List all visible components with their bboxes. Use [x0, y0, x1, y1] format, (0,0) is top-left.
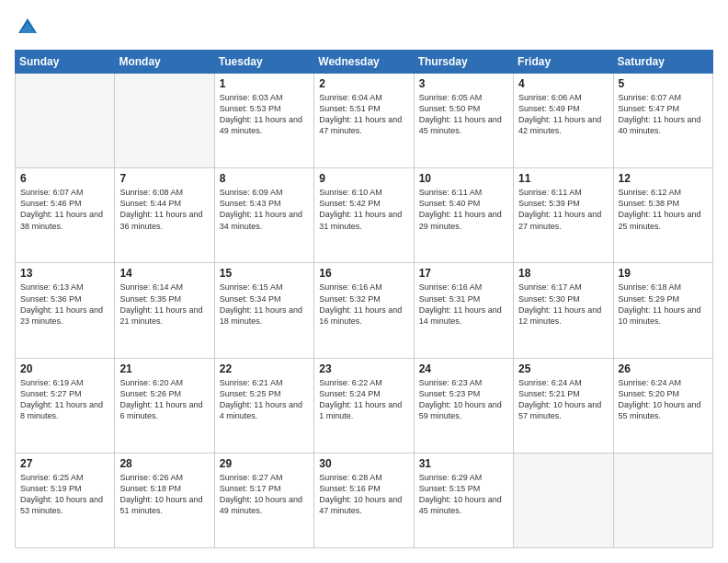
calendar-cell: 8Sunrise: 6:09 AMSunset: 5:43 PMDaylight…: [214, 168, 313, 263]
calendar-cell: 16Sunrise: 6:16 AMSunset: 5:32 PMDayligh…: [314, 263, 414, 358]
calendar-cell: [115, 74, 214, 168]
day-info: Sunrise: 6:18 AMSunset: 5:29 PMDaylight:…: [619, 282, 708, 327]
day-number: 13: [20, 267, 109, 280]
day-info: Sunrise: 6:13 AMSunset: 5:36 PMDaylight:…: [20, 282, 109, 327]
day-info: Sunrise: 6:21 AMSunset: 5:25 PMDaylight:…: [220, 377, 309, 422]
header: [15, 15, 713, 40]
day-info: Sunrise: 6:17 AMSunset: 5:30 PMDaylight:…: [518, 282, 608, 327]
day-info: Sunrise: 6:19 AMSunset: 5:27 PMDaylight:…: [20, 377, 109, 422]
calendar-cell: 23Sunrise: 6:22 AMSunset: 5:24 PMDayligh…: [314, 358, 414, 453]
day-number: 31: [419, 457, 508, 470]
page: SundayMondayTuesdayWednesdayThursdayFrid…: [0, 0, 728, 563]
calendar-cell: 28Sunrise: 6:26 AMSunset: 5:18 PMDayligh…: [115, 453, 214, 547]
logo: [15, 15, 44, 40]
day-info: Sunrise: 6:06 AMSunset: 5:49 PMDaylight:…: [518, 92, 608, 137]
day-info: Sunrise: 6:11 AMSunset: 5:39 PMDaylight:…: [518, 187, 608, 232]
calendar-cell: 17Sunrise: 6:16 AMSunset: 5:31 PMDayligh…: [414, 263, 513, 358]
calendar-cell: 22Sunrise: 6:21 AMSunset: 5:25 PMDayligh…: [214, 358, 313, 453]
day-info: Sunrise: 6:15 AMSunset: 5:34 PMDaylight:…: [220, 282, 309, 327]
day-info: Sunrise: 6:20 AMSunset: 5:26 PMDaylight:…: [119, 377, 209, 422]
day-number: 18: [518, 267, 608, 280]
calendar-cell: 24Sunrise: 6:23 AMSunset: 5:23 PMDayligh…: [414, 358, 513, 453]
weekday-header-monday: Monday: [115, 51, 214, 74]
day-number: 10: [419, 172, 508, 185]
week-row-5: 27Sunrise: 6:25 AMSunset: 5:19 PMDayligh…: [16, 453, 713, 547]
calendar-cell: 7Sunrise: 6:08 AMSunset: 5:44 PMDaylight…: [115, 168, 214, 263]
logo-icon: [15, 15, 40, 40]
day-info: Sunrise: 6:16 AMSunset: 5:32 PMDaylight:…: [319, 282, 408, 327]
weekday-header-friday: Friday: [514, 51, 613, 74]
day-info: Sunrise: 6:23 AMSunset: 5:23 PMDaylight:…: [419, 377, 508, 422]
day-number: 19: [619, 267, 708, 280]
day-number: 2: [319, 77, 408, 90]
calendar-cell: 1Sunrise: 6:03 AMSunset: 5:53 PMDaylight…: [214, 74, 313, 168]
calendar-cell: 6Sunrise: 6:07 AMSunset: 5:46 PMDaylight…: [16, 168, 115, 263]
calendar-table: SundayMondayTuesdayWednesdayThursdayFrid…: [15, 50, 713, 548]
calendar-cell: 26Sunrise: 6:24 AMSunset: 5:20 PMDayligh…: [613, 358, 712, 453]
calendar-cell: 11Sunrise: 6:11 AMSunset: 5:39 PMDayligh…: [514, 168, 613, 263]
calendar-cell: 12Sunrise: 6:12 AMSunset: 5:38 PMDayligh…: [613, 168, 712, 263]
day-number: 30: [319, 457, 408, 470]
calendar-cell: 13Sunrise: 6:13 AMSunset: 5:36 PMDayligh…: [16, 263, 115, 358]
calendar-cell: [16, 74, 115, 168]
week-row-4: 20Sunrise: 6:19 AMSunset: 5:27 PMDayligh…: [16, 358, 713, 453]
day-info: Sunrise: 6:12 AMSunset: 5:38 PMDaylight:…: [619, 187, 708, 232]
calendar-cell: 21Sunrise: 6:20 AMSunset: 5:26 PMDayligh…: [115, 358, 214, 453]
calendar-cell: 9Sunrise: 6:10 AMSunset: 5:42 PMDaylight…: [314, 168, 414, 263]
day-number: 25: [518, 362, 608, 375]
weekday-header-tuesday: Tuesday: [214, 51, 313, 74]
calendar-cell: 30Sunrise: 6:28 AMSunset: 5:16 PMDayligh…: [314, 453, 414, 547]
day-info: Sunrise: 6:05 AMSunset: 5:50 PMDaylight:…: [419, 92, 508, 137]
day-info: Sunrise: 6:08 AMSunset: 5:44 PMDaylight:…: [119, 187, 209, 232]
day-number: 28: [119, 457, 209, 470]
day-info: Sunrise: 6:07 AMSunset: 5:46 PMDaylight:…: [20, 187, 109, 232]
day-number: 6: [20, 172, 109, 185]
day-number: 20: [20, 362, 109, 375]
day-info: Sunrise: 6:24 AMSunset: 5:20 PMDaylight:…: [619, 377, 708, 422]
calendar-cell: 4Sunrise: 6:06 AMSunset: 5:49 PMDaylight…: [514, 74, 613, 168]
day-number: 22: [220, 362, 309, 375]
calendar-cell: 27Sunrise: 6:25 AMSunset: 5:19 PMDayligh…: [16, 453, 115, 547]
day-number: 8: [220, 172, 309, 185]
weekday-header-thursday: Thursday: [414, 51, 513, 74]
day-info: Sunrise: 6:11 AMSunset: 5:40 PMDaylight:…: [419, 187, 508, 232]
calendar-cell: 2Sunrise: 6:04 AMSunset: 5:51 PMDaylight…: [314, 74, 414, 168]
day-info: Sunrise: 6:24 AMSunset: 5:21 PMDaylight:…: [518, 377, 608, 422]
day-info: Sunrise: 6:10 AMSunset: 5:42 PMDaylight:…: [319, 187, 408, 232]
day-info: Sunrise: 6:27 AMSunset: 5:17 PMDaylight:…: [220, 472, 309, 517]
day-number: 12: [619, 172, 708, 185]
day-info: Sunrise: 6:16 AMSunset: 5:31 PMDaylight:…: [419, 282, 508, 327]
day-number: 26: [619, 362, 708, 375]
day-number: 15: [220, 267, 309, 280]
calendar-cell: 15Sunrise: 6:15 AMSunset: 5:34 PMDayligh…: [214, 263, 313, 358]
day-number: 27: [20, 457, 109, 470]
calendar-cell: 25Sunrise: 6:24 AMSunset: 5:21 PMDayligh…: [514, 358, 613, 453]
calendar-cell: [514, 453, 613, 547]
calendar-cell: 29Sunrise: 6:27 AMSunset: 5:17 PMDayligh…: [214, 453, 313, 547]
calendar-cell: 3Sunrise: 6:05 AMSunset: 5:50 PMDaylight…: [414, 74, 513, 168]
day-number: 3: [419, 77, 508, 90]
day-number: 14: [119, 267, 209, 280]
day-number: 11: [518, 172, 608, 185]
day-info: Sunrise: 6:14 AMSunset: 5:35 PMDaylight:…: [119, 282, 209, 327]
calendar-cell: 20Sunrise: 6:19 AMSunset: 5:27 PMDayligh…: [16, 358, 115, 453]
weekday-header-wednesday: Wednesday: [314, 51, 414, 74]
day-info: Sunrise: 6:29 AMSunset: 5:15 PMDaylight:…: [419, 472, 508, 517]
day-number: 7: [119, 172, 209, 185]
day-number: 23: [319, 362, 408, 375]
day-number: 21: [119, 362, 209, 375]
day-info: Sunrise: 6:28 AMSunset: 5:16 PMDaylight:…: [319, 472, 408, 517]
day-number: 24: [419, 362, 508, 375]
day-number: 4: [518, 77, 608, 90]
day-info: Sunrise: 6:09 AMSunset: 5:43 PMDaylight:…: [220, 187, 309, 232]
week-row-2: 6Sunrise: 6:07 AMSunset: 5:46 PMDaylight…: [16, 168, 713, 263]
day-info: Sunrise: 6:07 AMSunset: 5:47 PMDaylight:…: [619, 92, 708, 137]
day-info: Sunrise: 6:03 AMSunset: 5:53 PMDaylight:…: [220, 92, 309, 137]
day-number: 9: [319, 172, 408, 185]
day-number: 5: [619, 77, 708, 90]
calendar-cell: [613, 453, 712, 547]
day-number: 16: [319, 267, 408, 280]
day-number: 1: [220, 77, 309, 90]
week-row-1: 1Sunrise: 6:03 AMSunset: 5:53 PMDaylight…: [16, 74, 713, 168]
day-number: 17: [419, 267, 508, 280]
